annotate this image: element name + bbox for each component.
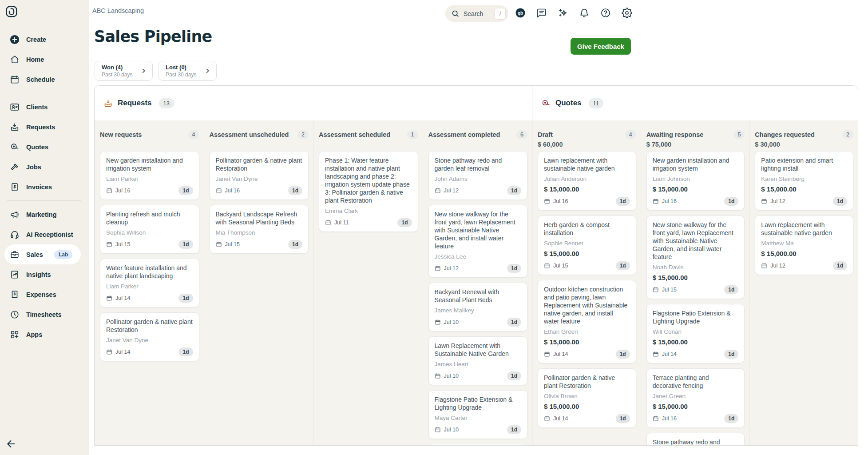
help-button[interactable] xyxy=(600,8,611,18)
invoices-icon xyxy=(10,182,20,192)
sidebar-item-label: Invoices xyxy=(26,184,52,191)
pipeline-card[interactable]: Outdoor kitchen construction and patio p… xyxy=(538,280,636,363)
pipeline-card[interactable]: Stone pathway redo and garden leaf remov… xyxy=(428,151,528,200)
pipeline-card[interactable]: Flagstone Patio Extension & Lighting Upg… xyxy=(428,390,528,439)
calendar-icon xyxy=(653,198,659,204)
card-price: $ 15,000.00 xyxy=(544,250,630,257)
quickbooks-button[interactable]: qb xyxy=(515,8,526,18)
pipeline-card[interactable]: Terrace planting and decorative fencingJ… xyxy=(646,368,745,428)
card-title: Planting refresh and mulch cleanup xyxy=(106,210,193,226)
collapse-sidebar-button[interactable] xyxy=(5,438,17,450)
card-title: Patio extension and smart lighting insta… xyxy=(761,156,847,172)
sidebar-item-invoices[interactable]: Invoices xyxy=(0,177,89,197)
pipeline-card[interactable]: Lawn Replacement with Sustainable Native… xyxy=(428,336,528,385)
sidebar-item-jobs[interactable]: Jobs xyxy=(0,157,89,177)
calendar-icon xyxy=(216,188,222,194)
pipeline-card[interactable]: Lawn replacement with sustainable native… xyxy=(755,216,853,275)
card-age-badge: 1d xyxy=(507,371,521,380)
pipeline-card[interactable]: Pollinator garden & native plant Restora… xyxy=(538,368,636,428)
column-header: Awaiting response5$ 75,000 xyxy=(646,130,745,151)
column-total: $ 30,000 xyxy=(755,141,853,148)
pipeline-card[interactable]: Planting refresh and mulch cleanupSophia… xyxy=(100,205,199,254)
summary-card-lost-0[interactable]: Lost (0)Past 30 days xyxy=(159,61,217,81)
card-contact-name: Jessica Lee xyxy=(435,253,522,260)
summary-card-label: Lost (0) xyxy=(166,64,196,71)
card-date-label: Jul 15 xyxy=(553,263,568,269)
summary-card-text: Lost (0)Past 30 days xyxy=(166,64,196,78)
quotes-icon xyxy=(10,142,20,152)
column-count-badge: 4 xyxy=(625,130,636,139)
sidebar-item-timesheets[interactable]: Timesheets xyxy=(0,304,89,324)
sidebar-item-schedule[interactable]: Schedule xyxy=(0,69,89,89)
card-list: New garden installation and irrigation s… xyxy=(100,151,199,361)
sales-icon xyxy=(10,250,20,259)
search-shortcut-key: / xyxy=(495,8,506,20)
column-header: New requests4 xyxy=(100,130,199,151)
card-list: Phase 1: Water feature installation and … xyxy=(319,151,418,232)
search-input[interactable]: Search / xyxy=(445,5,508,22)
column-title-row: Assessment scheduled1 xyxy=(319,130,418,139)
card-age-badge: 1d xyxy=(178,186,193,195)
card-date-label: Jul 12 xyxy=(770,263,785,269)
column-draft: Draft4$ 60,000Lawn replacement with sust… xyxy=(532,120,641,445)
pipeline-card[interactable]: Pollinator garden & native plant Restora… xyxy=(210,151,309,200)
sidebar-item-apps[interactable]: Apps xyxy=(0,324,89,344)
card-date: Jul 10 xyxy=(435,427,459,433)
settings-icon xyxy=(622,8,632,18)
pipeline-card[interactable]: Backyard Landscape Refresh with Seasonal… xyxy=(210,205,309,254)
give-feedback-button[interactable]: Give Feedback xyxy=(571,38,631,55)
pipeline-card[interactable]: Water feature installation and native pl… xyxy=(100,259,199,307)
pipeline-card[interactable]: Stone pathway redo and garden leaf remov… xyxy=(428,444,528,445)
pipeline-card[interactable]: New garden installation and irrigation s… xyxy=(100,151,199,200)
app-logo-icon[interactable] xyxy=(5,5,18,18)
card-title: Flagstone Patio Extension & Lighting Upg… xyxy=(435,395,522,411)
column-header: Changes requested2$ 30,000 xyxy=(755,130,853,151)
sidebar-item-ai-receptionist[interactable]: AI Receptionist xyxy=(0,224,89,244)
pipeline-card[interactable]: Phase 1: Water feature installation and … xyxy=(319,151,418,232)
pipeline-card[interactable]: Backyard Renewal with Seasonal Plant Bed… xyxy=(428,283,528,331)
column-count-badge: 2 xyxy=(842,130,853,139)
summary-card-won-4[interactable]: Won (4)Past 30 days xyxy=(95,61,153,81)
sidebar-item-sales[interactable]: SalesLab xyxy=(4,244,81,264)
card-price: $ 15,000.00 xyxy=(761,250,847,257)
pipeline-card[interactable]: Patio extension and smart lighting insta… xyxy=(755,151,853,211)
card-date-label: Jul 10 xyxy=(444,427,459,433)
pipeline-card[interactable]: Flagstone Patio Extension & Lighting Upg… xyxy=(646,304,745,363)
sidebar-item-expenses[interactable]: Expenses xyxy=(0,284,89,304)
column-count-badge: 4 xyxy=(188,130,199,139)
sidebar-item-create[interactable]: Create xyxy=(0,29,89,49)
sidebar-item-marketing[interactable]: Marketing xyxy=(0,204,89,224)
card-age-badge: 1d xyxy=(507,264,521,273)
pipeline-card[interactable]: Pollinator garden & native plant Restora… xyxy=(100,312,199,361)
notifications-button[interactable] xyxy=(579,8,590,18)
pipeline-card[interactable]: Stone pathway redo and garden leaf remov… xyxy=(646,433,745,445)
card-date: Jul 10 xyxy=(435,373,459,379)
summary-cards: Won (4)Past 30 daysLost (0)Past 30 days xyxy=(95,61,217,81)
pipeline-card[interactable]: Herb garden & compost installationSophie… xyxy=(538,216,636,275)
sidebar-item-insights[interactable]: Insights xyxy=(0,264,89,284)
sparkles-ai-button[interactable] xyxy=(558,8,568,18)
card-contact-name: Karen Steinberg xyxy=(761,176,847,182)
card-age-badge: 1d xyxy=(616,261,630,270)
card-date: Jul 15 xyxy=(653,287,677,293)
messages-button[interactable] xyxy=(536,8,547,18)
sidebar-item-home[interactable]: Home xyxy=(0,49,89,69)
card-contact-name: Mia Thompson xyxy=(216,229,303,236)
settings-button[interactable] xyxy=(622,8,632,18)
card-date-label: Jul 15 xyxy=(115,241,130,247)
calendar-icon xyxy=(544,415,550,422)
chevron-right-icon xyxy=(140,68,147,74)
card-age-badge: 1d xyxy=(507,186,521,195)
card-title: Lawn replacement with sustainable native… xyxy=(544,156,630,172)
pipeline-card[interactable]: New garden installation and irrigation s… xyxy=(646,151,745,211)
section-requests: Requests13New requests4New garden instal… xyxy=(95,86,532,445)
sidebar-item-requests[interactable]: Requests xyxy=(0,117,89,137)
pipeline-card[interactable]: New stone walkway for the front yard, la… xyxy=(646,216,745,299)
sidebar-item-clients[interactable]: Clients xyxy=(0,97,89,117)
card-title: Water feature installation and native pl… xyxy=(106,264,193,280)
card-price: $ 15,000.00 xyxy=(653,274,739,281)
calendar-icon xyxy=(435,188,441,194)
pipeline-card[interactable]: New stone walkway for the front yard, la… xyxy=(428,205,528,278)
sidebar-item-quotes[interactable]: Quotes xyxy=(0,137,89,157)
pipeline-card[interactable]: Lawn replacement with sustainable native… xyxy=(538,151,636,211)
